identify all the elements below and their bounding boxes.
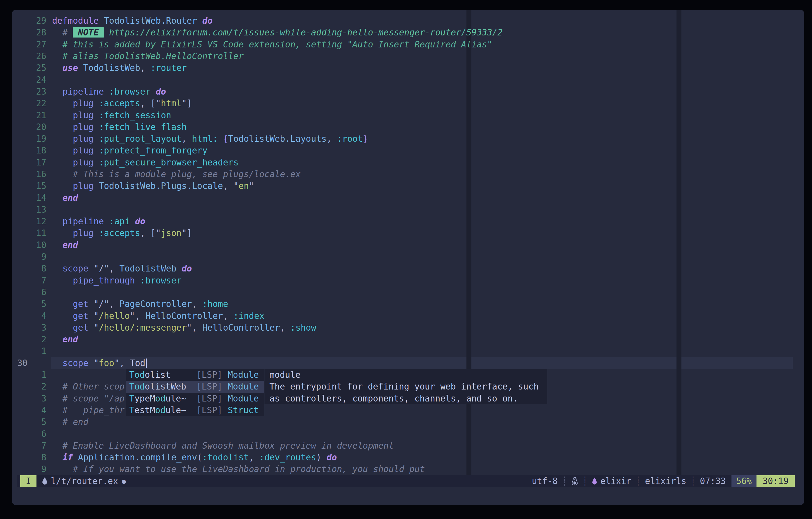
code-line[interactable]: 6 bbox=[12, 286, 804, 298]
code-line[interactable]: 5 # end bbox=[12, 416, 804, 428]
code-line[interactable]: 22 plug :accepts, ["html"] bbox=[12, 97, 804, 109]
completion-item[interactable]: TypeModule~[LSP]Module bbox=[126, 393, 264, 404]
code-text: # Enable LiveDashboard and Swoosh mailbo… bbox=[52, 440, 394, 451]
code-text: plug :protect_from_forgery bbox=[52, 145, 207, 155]
code-text: plug :fetch_live_flash bbox=[52, 122, 187, 132]
line-number: 4 bbox=[17, 311, 47, 321]
code-line[interactable]: 14 end bbox=[12, 192, 804, 203]
code-line[interactable]: 6 bbox=[12, 428, 804, 439]
completion-source: [LSP] bbox=[197, 405, 228, 415]
line-number: 27 bbox=[17, 39, 47, 50]
line-number: 3 bbox=[17, 394, 47, 404]
completion-label: TodolistWeb bbox=[129, 381, 197, 392]
code-text: plug :accepts, ["html"] bbox=[52, 98, 192, 108]
line-number: 29 bbox=[17, 16, 47, 26]
code-line[interactable]: 10 end bbox=[12, 239, 804, 251]
code-text: get "/", PageController, :home bbox=[52, 299, 228, 309]
code-text: end bbox=[52, 240, 78, 250]
code-line[interactable]: 3 get "/hello/:messenger", HelloControll… bbox=[12, 322, 804, 334]
line-number: 5 bbox=[17, 299, 47, 309]
completion-item[interactable]: TestModule~[LSP]Struct bbox=[126, 404, 264, 416]
code-line[interactable]: 23 pipeline :browser do bbox=[12, 86, 804, 97]
filename[interactable]: l/t/router.ex bbox=[51, 476, 118, 486]
line-number: 3 bbox=[17, 322, 47, 333]
code-line[interactable]: 26 # alias TodolistWeb.HelloController bbox=[12, 50, 804, 62]
code-line[interactable]: 8 scope "/", TodolistWeb do bbox=[12, 263, 804, 275]
completion-item[interactable]: TodolistWeb[LSP]Module bbox=[126, 381, 264, 393]
code-text: defmodule TodolistWeb.Router do bbox=[52, 16, 213, 26]
line-number: 7 bbox=[17, 276, 47, 286]
code-text: # NOTE https://elixirforum.com/t/issues-… bbox=[52, 27, 503, 37]
elixir-droplet-icon bbox=[592, 477, 597, 485]
doc-line: module bbox=[264, 369, 547, 381]
code-line[interactable]: 28 # NOTE https://elixirforum.com/t/issu… bbox=[12, 27, 804, 38]
completion-kind: Module bbox=[228, 381, 259, 392]
line-number: 15 bbox=[17, 181, 47, 191]
code-line[interactable]: 15 plug TodolistWeb.Plugs.Locale, "en" bbox=[12, 180, 804, 192]
code-line[interactable]: 12 pipeline :api do bbox=[12, 215, 804, 227]
code-text: if Application.compile_env(:todolist, :d… bbox=[52, 452, 337, 462]
code-line[interactable]: 21 plug :fetch_session bbox=[12, 109, 804, 121]
line-number: 6 bbox=[17, 287, 47, 297]
completion-source: [LSP] bbox=[197, 394, 228, 404]
line-number: 14 bbox=[17, 193, 47, 203]
code-text: # pipe_thr bbox=[52, 405, 124, 415]
completion-docs: moduleThe entrypoint for defining your w… bbox=[264, 369, 547, 404]
code-text: end bbox=[52, 334, 78, 344]
completion-kind: Module bbox=[228, 370, 259, 380]
code-line[interactable]: 7 pipe_through :browser bbox=[12, 275, 804, 286]
line-number: 18 bbox=[17, 145, 47, 155]
scroll-percent-badge: 56% bbox=[731, 475, 756, 487]
editor-area: 29defmodule TodolistWeb.Router do28 # NO… bbox=[12, 10, 804, 475]
completion-item[interactable]: Todolist[LSP]Module bbox=[126, 369, 264, 381]
code-line[interactable]: 24 bbox=[12, 74, 804, 85]
line-number: 25 bbox=[17, 63, 47, 73]
code-line[interactable]: 19 plug :put_root_layout, html: {Todolis… bbox=[12, 133, 804, 145]
line-number: 2 bbox=[17, 381, 47, 392]
completion-kind: Module bbox=[228, 394, 259, 404]
code-line[interactable]: 13 bbox=[12, 204, 804, 215]
code-line[interactable]: 1 bbox=[12, 345, 804, 357]
code-line[interactable]: 27 # this is added by ElixirLS VS Code e… bbox=[12, 38, 804, 50]
code-text: # This is a module plug, see plugs/local… bbox=[52, 169, 301, 179]
code-text: pipeline :browser do bbox=[52, 86, 166, 97]
code-line[interactable]: 30 scope "foo", Tod bbox=[12, 357, 804, 369]
code-line[interactable]: 7 # Enable LiveDashboard and Swoosh mail… bbox=[12, 440, 804, 452]
code-line[interactable]: 9 bbox=[12, 251, 804, 263]
statusline: I l/t/router.ex ● utf-8 ┊ ┊ bbox=[17, 475, 795, 487]
code-line[interactable]: 2 end bbox=[12, 334, 804, 345]
code-line[interactable]: 5 get "/", PageController, :home bbox=[12, 298, 804, 310]
line-number: 24 bbox=[17, 75, 47, 85]
line-number: 2 bbox=[17, 334, 47, 344]
line-number: 23 bbox=[17, 86, 47, 97]
line-number: 22 bbox=[17, 98, 47, 108]
code-text: pipeline :api do bbox=[52, 216, 145, 226]
code-line[interactable]: 4 get "/hello", HelloController, :index bbox=[12, 310, 804, 321]
code-line[interactable]: 16 # This is a module plug, see plugs/lo… bbox=[12, 168, 804, 180]
code-line[interactable]: 17 plug :put_secure_browser_headers bbox=[12, 156, 804, 168]
code-text: # scope "/ap bbox=[52, 394, 124, 404]
code-line[interactable]: 25 use TodolistWeb, :router bbox=[12, 62, 804, 74]
line-number: 17 bbox=[17, 157, 47, 168]
code-text: scope "/", TodolistWeb do bbox=[52, 263, 192, 273]
code-line[interactable]: 11 plug :accepts, ["json"] bbox=[12, 227, 804, 239]
line-number: 12 bbox=[17, 216, 47, 226]
code-line[interactable]: 29defmodule TodolistWeb.Router do bbox=[12, 15, 804, 27]
screenshot-stage: 29defmodule TodolistWeb.Router do28 # NO… bbox=[0, 0, 812, 519]
code-text: get "/hello", HelloController, :index bbox=[52, 311, 264, 321]
line-number: 21 bbox=[17, 110, 47, 120]
code-text: # this is added by ElixirLS VS Code exte… bbox=[52, 39, 492, 50]
line-number: 6 bbox=[17, 429, 47, 439]
code-text: # alias TodolistWeb.HelloController bbox=[52, 51, 244, 61]
code-text: plug :accepts, ["json"] bbox=[52, 228, 192, 238]
code-line[interactable]: 18 plug :protect_from_forgery bbox=[12, 145, 804, 156]
code-text: plug TodolistWeb.Plugs.Locale, "en" bbox=[52, 181, 254, 191]
filetype-droplet-icon bbox=[42, 477, 48, 485]
code-line[interactable]: 8 if Application.compile_env(:todolist, … bbox=[12, 452, 804, 463]
completion-source: [LSP] bbox=[197, 381, 228, 392]
code-line[interactable]: 20 plug :fetch_live_flash bbox=[12, 121, 804, 133]
code-text: plug :put_root_layout, html: {TodolistWe… bbox=[52, 134, 368, 144]
completion-menu[interactable]: Todolist[LSP]ModuleTodolistWeb[LSP]Modul… bbox=[126, 369, 264, 416]
lsp-label: elixirls bbox=[645, 476, 687, 486]
code-line[interactable]: 9 # If you want to use the LiveDashboard… bbox=[12, 463, 804, 475]
